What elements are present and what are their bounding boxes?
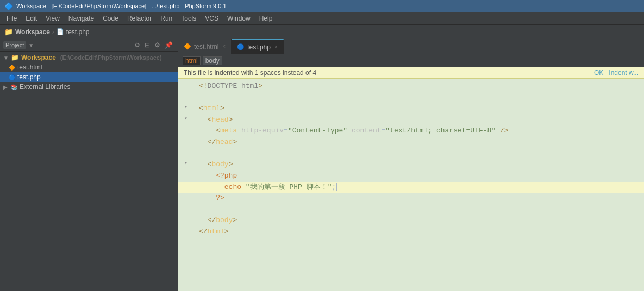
code-line-10: echo "我的第一段 PHP 脚本！"; — [178, 182, 644, 193]
tree-item-test-php[interactable]: 🔵 test.php — [0, 72, 178, 82]
tab-close-test-html[interactable]: × — [222, 43, 226, 49]
code-content-14: </html> — [193, 226, 644, 238]
code-content-6: </head> — [193, 137, 644, 148]
breadcrumb-tag-html[interactable]: html — [183, 56, 201, 65]
workspace-path: (E:\CodeEdit\PhpStorm\Workspace) — [60, 54, 162, 61]
gutter-8[interactable]: ▾ — [178, 159, 193, 168]
code-line-2 — [178, 92, 644, 103]
tree-file-php-name: test.php — [17, 73, 41, 81]
menu-item-refactor[interactable]: Refactor — [123, 14, 156, 23]
code-line-5: <meta http-equiv="Content-Type" content=… — [178, 125, 644, 137]
title-text: Workspace - [E:\CodeEdit\PhpStorm\Worksp… — [16, 3, 227, 9]
tab-label: test.php — [247, 43, 271, 51]
menu-item-code[interactable]: Code — [98, 14, 123, 23]
code-content-11: ?> — [193, 193, 644, 204]
main-layout: Project ▼ ⚙ ⊟ ⚙ 📌 ▼ 📁 Workspace (E:\Code… — [0, 39, 644, 291]
tab-test-html[interactable]: 🔶test.html× — [178, 39, 232, 54]
menu-item-file[interactable]: File — [2, 14, 21, 23]
fold-arrow-3[interactable]: ▾ — [184, 103, 187, 112]
tree-workspace-root[interactable]: ▼ 📁 Workspace (E:\CodeEdit\PhpStorm\Work… — [0, 53, 178, 62]
project-label[interactable]: Project — [3, 41, 26, 49]
tree-external-libraries[interactable]: ▶ 📚 External Libraries — [0, 82, 178, 92]
code-content-3: <html> — [193, 103, 644, 115]
code-line-7 — [178, 148, 644, 159]
sidebar: Project ▼ ⚙ ⊟ ⚙ 📌 ▼ 📁 Workspace (E:\Code… — [0, 39, 178, 291]
gutter-4[interactable]: ▾ — [178, 115, 193, 123]
code-line-4: ▾ <head> — [178, 115, 644, 126]
menu-item-navigate[interactable]: Navigate — [64, 14, 98, 23]
fold-arrow-4[interactable]: ▾ — [184, 115, 187, 123]
warning-actions: OK Indent w... — [594, 69, 639, 77]
menu-item-view[interactable]: View — [41, 14, 64, 23]
breadcrumb-file[interactable]: test.php — [66, 28, 90, 36]
external-libraries-label: External Libraries — [20, 83, 70, 91]
sidebar-sync-icon[interactable]: ⚙ — [133, 41, 142, 49]
menu-item-window[interactable]: Window — [223, 14, 255, 23]
breadcrumb-bar: 📁 Workspace › 📄 test.php — [0, 25, 644, 39]
warning-indent-button[interactable]: Indent w... — [609, 69, 639, 77]
menu-item-help[interactable]: Help — [255, 14, 277, 23]
breadcrumb-sep-1: › — [52, 28, 54, 36]
code-line-1: <!DOCTYPE html> — [178, 81, 644, 92]
code-content-5: <meta http-equiv="Content-Type" content=… — [193, 125, 644, 137]
editor-area: 🔶test.html×🔵test.php× html body This fil… — [178, 39, 644, 291]
app-icon: 🔷 — [4, 2, 13, 10]
title-bar: 🔷 Workspace - [E:\CodeEdit\PhpStorm\Work… — [0, 0, 644, 12]
code-content-1: <!DOCTYPE html> — [193, 81, 644, 92]
code-line-8: ▾ <body> — [178, 159, 644, 170]
tab-icon-html: 🔶 — [184, 43, 191, 50]
code-editor[interactable]: <!DOCTYPE html>▾<html>▾ <head> <meta htt… — [178, 79, 644, 291]
breadcrumb-workspace[interactable]: Workspace — [15, 28, 50, 36]
code-line-13: </body> — [178, 215, 644, 226]
sidebar-collapse-icon[interactable]: ⊟ — [143, 41, 152, 49]
warning-text: This file is indented with 1 spaces inst… — [184, 69, 316, 77]
code-line-12 — [178, 204, 644, 215]
code-line-9: <?php — [178, 170, 644, 182]
tree-file-html-name: test.html — [17, 64, 42, 71]
tree-arrow-ext: ▶ — [3, 84, 9, 90]
tree-item-test-html[interactable]: 🔶 test.html — [0, 62, 178, 72]
file-tree: ▼ 📁 Workspace (E:\CodeEdit\PhpStorm\Work… — [0, 52, 178, 291]
tab-test-php[interactable]: 🔵test.php× — [232, 39, 284, 54]
menu-bar: FileEditViewNavigateCodeRefactorRunTools… — [0, 12, 644, 25]
sidebar-tools: ⚙ ⊟ ⚙ 📌 — [133, 41, 174, 49]
code-content-8: <body> — [193, 159, 644, 170]
tab-close-test-php[interactable]: × — [274, 44, 278, 50]
code-content-9: <?php — [193, 170, 644, 182]
code-content-4: <head> — [193, 115, 644, 126]
menu-item-edit[interactable]: Edit — [21, 14, 41, 23]
code-line-3: ▾<html> — [178, 103, 644, 115]
fold-arrow-8[interactable]: ▾ — [184, 159, 187, 168]
ext-lib-icon: 📚 — [11, 84, 17, 90]
workspace-folder-icon: 📁 — [4, 28, 13, 36]
code-content-10: echo "我的第一段 PHP 脚本！"; — [193, 182, 644, 193]
html-file-icon: 🔶 — [9, 65, 15, 71]
php-file-icon: 🔵 — [9, 74, 15, 80]
tab-label: test.html — [194, 43, 218, 50]
sidebar-pin-icon[interactable]: 📌 — [163, 41, 174, 49]
breadcrumb-tag-body[interactable]: body — [203, 56, 222, 65]
tree-arrow-workspace: ▼ — [3, 55, 9, 61]
sidebar-header: Project ▼ ⚙ ⊟ ⚙ 📌 — [0, 39, 178, 52]
sidebar-dropdown-arrow[interactable]: ▼ — [28, 42, 34, 48]
workspace-icon: 📁 — [11, 54, 19, 61]
workspace-name: Workspace — [21, 54, 56, 61]
text-cursor — [336, 183, 337, 191]
code-line-11: ?> — [178, 193, 644, 204]
code-line-14: </html> — [178, 226, 644, 238]
gutter-3[interactable]: ▾ — [178, 103, 193, 112]
sidebar-settings-icon[interactable]: ⚙ — [153, 41, 162, 49]
warning-ok-button[interactable]: OK — [594, 69, 603, 77]
warning-banner: This file is indented with 1 spaces inst… — [178, 67, 644, 79]
code-line-6: </head> — [178, 137, 644, 148]
tab-icon-php: 🔵 — [237, 43, 245, 50]
menu-item-run[interactable]: Run — [156, 14, 177, 23]
code-content-13: </body> — [193, 215, 644, 226]
menu-item-tools[interactable]: Tools — [177, 14, 201, 23]
sidebar-title-left: Project ▼ — [3, 41, 34, 49]
editor-breadcrumb: html body — [178, 54, 644, 67]
breadcrumb-file-icon: 📄 — [57, 28, 64, 35]
menu-item-vcs[interactable]: VCS — [201, 14, 223, 23]
tab-bar: 🔶test.html×🔵test.php× — [178, 39, 644, 54]
